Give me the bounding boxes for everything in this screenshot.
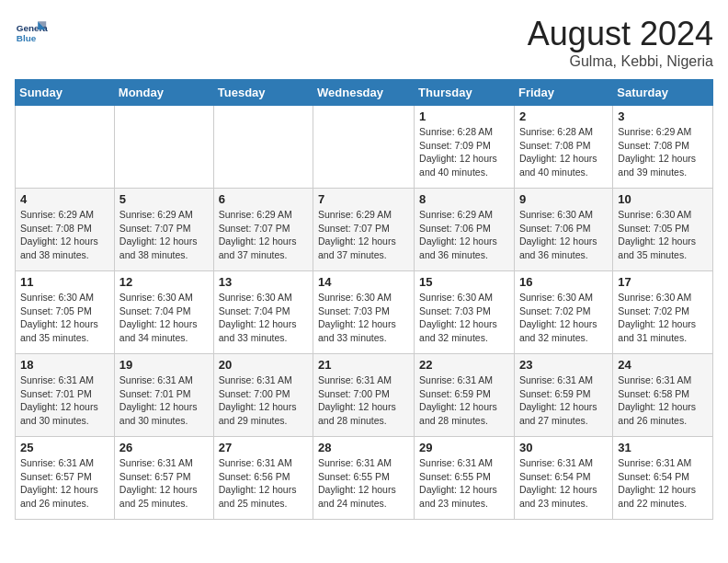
calendar-day-29: 29Sunrise: 6:31 AM Sunset: 6:55 PM Dayli… [415, 437, 515, 520]
calendar-day-1: 1Sunrise: 6:28 AM Sunset: 7:09 PM Daylig… [415, 106, 515, 189]
title-block: August 2024 Gulma, Kebbi, Nigeria [528, 15, 713, 70]
calendar-day-8: 8Sunrise: 6:29 AM Sunset: 7:06 PM Daylig… [415, 189, 515, 271]
calendar-day-23: 23Sunrise: 6:31 AM Sunset: 6:59 PM Dayli… [514, 354, 612, 437]
day-number: 26 [119, 441, 209, 454]
calendar-day-21: 21Sunrise: 6:31 AM Sunset: 7:00 PM Dayli… [313, 354, 415, 437]
calendar-day-12: 12Sunrise: 6:30 AM Sunset: 7:04 PM Dayli… [114, 271, 213, 354]
day-info: Sunrise: 6:30 AM Sunset: 7:04 PM Dayligh… [119, 291, 209, 345]
page-header: General Blue August 2024 Gulma, Kebbi, N… [15, 15, 713, 70]
day-number: 28 [318, 441, 409, 454]
day-number: 13 [219, 275, 308, 289]
day-number: 16 [519, 275, 608, 289]
day-number: 27 [219, 441, 308, 454]
calendar-week-3: 11Sunrise: 6:30 AM Sunset: 7:05 PM Dayli… [16, 271, 713, 354]
calendar-day-7: 7Sunrise: 6:29 AM Sunset: 7:07 PM Daylig… [313, 189, 415, 271]
column-header-friday: Friday [514, 80, 612, 106]
calendar-day-15: 15Sunrise: 6:30 AM Sunset: 7:03 PM Dayli… [415, 271, 515, 354]
day-number: 18 [20, 358, 109, 372]
column-header-wednesday: Wednesday [313, 80, 415, 106]
calendar-week-2: 4Sunrise: 6:29 AM Sunset: 7:08 PM Daylig… [16, 189, 713, 271]
logo: General Blue [15, 15, 48, 48]
calendar-day-empty [16, 106, 115, 189]
day-info: Sunrise: 6:31 AM Sunset: 6:59 PM Dayligh… [419, 373, 509, 428]
day-info: Sunrise: 6:29 AM Sunset: 7:08 PM Dayligh… [20, 208, 109, 262]
column-header-sunday: Sunday [16, 80, 115, 106]
day-number: 12 [119, 275, 209, 289]
day-info: Sunrise: 6:31 AM Sunset: 6:58 PM Dayligh… [618, 373, 708, 428]
day-number: 19 [119, 358, 209, 372]
day-number: 2 [519, 109, 608, 123]
day-info: Sunrise: 6:30 AM Sunset: 7:03 PM Dayligh… [419, 291, 509, 345]
day-number: 1 [419, 109, 509, 123]
day-info: Sunrise: 6:31 AM Sunset: 7:00 PM Dayligh… [318, 373, 409, 428]
calendar-day-9: 9Sunrise: 6:30 AM Sunset: 7:06 PM Daylig… [514, 189, 612, 271]
day-info: Sunrise: 6:30 AM Sunset: 7:04 PM Dayligh… [219, 291, 308, 345]
day-number: 9 [519, 192, 608, 206]
calendar-day-6: 6Sunrise: 6:29 AM Sunset: 7:07 PM Daylig… [213, 189, 313, 271]
day-number: 22 [419, 358, 509, 372]
calendar-day-30: 30Sunrise: 6:31 AM Sunset: 6:54 PM Dayli… [514, 437, 612, 520]
day-info: Sunrise: 6:29 AM Sunset: 7:07 PM Dayligh… [219, 208, 308, 262]
day-info: Sunrise: 6:31 AM Sunset: 7:01 PM Dayligh… [20, 373, 109, 428]
day-info: Sunrise: 6:31 AM Sunset: 6:55 PM Dayligh… [419, 456, 509, 511]
day-info: Sunrise: 6:30 AM Sunset: 7:06 PM Dayligh… [519, 208, 608, 262]
calendar-day-31: 31Sunrise: 6:31 AM Sunset: 6:54 PM Dayli… [613, 437, 713, 520]
day-info: Sunrise: 6:31 AM Sunset: 6:55 PM Dayligh… [318, 456, 409, 511]
day-number: 23 [519, 358, 608, 372]
calendar-day-24: 24Sunrise: 6:31 AM Sunset: 6:58 PM Dayli… [613, 354, 713, 437]
calendar-day-17: 17Sunrise: 6:30 AM Sunset: 7:02 PM Dayli… [613, 271, 713, 354]
day-number: 29 [419, 441, 509, 454]
day-number: 11 [20, 275, 109, 289]
day-number: 6 [219, 192, 308, 206]
day-number: 10 [618, 192, 708, 206]
day-info: Sunrise: 6:29 AM Sunset: 7:06 PM Dayligh… [419, 208, 509, 262]
month-year: August 2024 [528, 15, 713, 53]
calendar-day-27: 27Sunrise: 6:31 AM Sunset: 6:56 PM Dayli… [213, 437, 313, 520]
column-header-monday: Monday [114, 80, 213, 106]
calendar-day-25: 25Sunrise: 6:31 AM Sunset: 6:57 PM Dayli… [16, 437, 115, 520]
day-number: 4 [20, 192, 109, 206]
day-info: Sunrise: 6:29 AM Sunset: 7:07 PM Dayligh… [318, 208, 409, 262]
day-number: 25 [20, 441, 109, 454]
calendar-week-1: 1Sunrise: 6:28 AM Sunset: 7:09 PM Daylig… [16, 106, 713, 189]
day-info: Sunrise: 6:31 AM Sunset: 6:56 PM Dayligh… [219, 456, 308, 511]
day-info: Sunrise: 6:31 AM Sunset: 7:00 PM Dayligh… [219, 373, 308, 428]
logo-icon: General Blue [15, 15, 48, 48]
calendar-day-empty [114, 106, 213, 189]
day-number: 8 [419, 192, 509, 206]
calendar-day-empty [213, 106, 313, 189]
day-info: Sunrise: 6:30 AM Sunset: 7:05 PM Dayligh… [618, 208, 708, 262]
day-info: Sunrise: 6:30 AM Sunset: 7:03 PM Dayligh… [318, 291, 409, 345]
calendar-day-10: 10Sunrise: 6:30 AM Sunset: 7:05 PM Dayli… [613, 189, 713, 271]
column-header-thursday: Thursday [415, 80, 515, 106]
day-number: 21 [318, 358, 409, 372]
calendar-day-empty [313, 106, 415, 189]
calendar-header-row: SundayMondayTuesdayWednesdayThursdayFrid… [16, 80, 713, 106]
column-header-saturday: Saturday [613, 80, 713, 106]
day-info: Sunrise: 6:31 AM Sunset: 6:59 PM Dayligh… [519, 373, 608, 428]
day-number: 3 [618, 109, 708, 123]
location: Gulma, Kebbi, Nigeria [528, 53, 713, 70]
calendar-day-4: 4Sunrise: 6:29 AM Sunset: 7:08 PM Daylig… [16, 189, 115, 271]
calendar-day-20: 20Sunrise: 6:31 AM Sunset: 7:00 PM Dayli… [213, 354, 313, 437]
day-info: Sunrise: 6:31 AM Sunset: 7:01 PM Dayligh… [119, 373, 209, 428]
day-number: 17 [618, 275, 708, 289]
day-number: 20 [219, 358, 308, 372]
calendar-day-2: 2Sunrise: 6:28 AM Sunset: 7:08 PM Daylig… [514, 106, 612, 189]
day-info: Sunrise: 6:29 AM Sunset: 7:08 PM Dayligh… [618, 125, 708, 179]
calendar-day-5: 5Sunrise: 6:29 AM Sunset: 7:07 PM Daylig… [114, 189, 213, 271]
calendar-day-11: 11Sunrise: 6:30 AM Sunset: 7:05 PM Dayli… [16, 271, 115, 354]
day-info: Sunrise: 6:31 AM Sunset: 6:57 PM Dayligh… [119, 456, 209, 511]
calendar-day-26: 26Sunrise: 6:31 AM Sunset: 6:57 PM Dayli… [114, 437, 213, 520]
svg-text:Blue: Blue [17, 33, 37, 43]
day-info: Sunrise: 6:30 AM Sunset: 7:05 PM Dayligh… [20, 291, 109, 345]
calendar-day-18: 18Sunrise: 6:31 AM Sunset: 7:01 PM Dayli… [16, 354, 115, 437]
day-number: 24 [618, 358, 708, 372]
day-number: 30 [519, 441, 608, 454]
day-number: 7 [318, 192, 409, 206]
day-info: Sunrise: 6:28 AM Sunset: 7:09 PM Dayligh… [419, 125, 509, 179]
day-number: 14 [318, 275, 409, 289]
calendar-day-3: 3Sunrise: 6:29 AM Sunset: 7:08 PM Daylig… [613, 106, 713, 189]
calendar-day-16: 16Sunrise: 6:30 AM Sunset: 7:02 PM Dayli… [514, 271, 612, 354]
day-info: Sunrise: 6:30 AM Sunset: 7:02 PM Dayligh… [519, 291, 608, 345]
